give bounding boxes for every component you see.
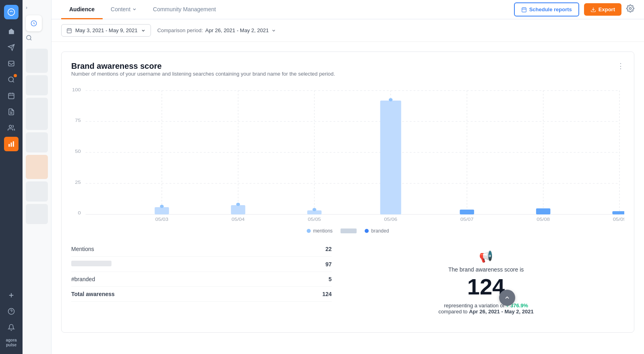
sidebar-item-send[interactable] [4,40,19,55]
svg-rect-15 [13,141,14,147]
more-options-icon[interactable]: ⋮ [617,62,624,70]
tab-community-management[interactable]: Community Management [145,0,224,19]
svg-point-51 [160,205,163,208]
svg-rect-58 [460,210,474,214]
tab-audience[interactable]: Audience [61,0,103,19]
panel-item-4 [26,132,48,152]
schedule-reports-button[interactable]: Schedule reports [514,2,579,16]
sidebar-item-help[interactable] [4,304,19,319]
svg-text:100: 100 [72,87,81,93]
svg-text:05/09: 05/09 [613,217,624,222]
chart-legend: mentions branded [71,228,624,234]
svg-rect-56 [380,101,401,214]
nav-tabs: Audience Content Community Management [61,0,514,19]
svg-text:75: 75 [75,118,81,123]
panel-search-icon[interactable] [26,35,48,42]
panel-item-2 [26,75,48,95]
collapse-panel-button[interactable]: › [26,5,48,10]
brand-logo-text: agora pulse [4,336,18,349]
svg-line-22 [30,39,31,40]
tab-content-label: Content [111,6,137,12]
panel-item-7 [26,204,48,224]
sidebar-item-team[interactable] [4,121,19,135]
svg-rect-60 [612,211,624,214]
stats-table: Mentions 22 97 #branded 5 Total a [71,242,332,323]
svg-rect-50 [155,207,169,214]
svg-point-21 [27,35,31,40]
svg-text:05/03: 05/03 [155,217,169,222]
sidebar-item-reports-list[interactable] [4,105,19,119]
legend-comparison-bar [341,228,357,233]
stat-branded: #branded 5 [71,272,332,287]
sidebar-item-listen[interactable] [4,72,19,87]
svg-point-4 [8,77,13,82]
card-title: Brand awareness score [71,62,335,71]
legend-comparison [341,228,357,233]
legend-branded-dot [365,229,369,233]
second-panel: › [23,0,52,354]
nav-actions: Schedule reports Export [514,2,634,16]
svg-rect-6 [8,93,14,99]
svg-rect-23 [522,8,526,12]
stat-blurred: 97 [71,257,332,272]
svg-point-57 [389,98,392,101]
main-content: Audience Content Community Management Sc… [52,0,644,354]
legend-mentions-dot [307,229,311,233]
sidebar-bottom: agora pulse [4,288,19,349]
svg-line-5 [12,81,14,82]
notification-badge [14,74,17,77]
svg-text:05/06: 05/06 [384,217,397,222]
panel-blurred-items [26,49,48,224]
panel-icon-active[interactable] [26,15,42,31]
blurred-stat-label [71,261,111,266]
svg-text:05/05: 05/05 [308,217,321,222]
panel-item-6 [26,181,48,202]
brand-awareness-card: Brand awareness score Number of mentions… [61,51,634,333]
date-range-picker[interactable]: May 3, 2021 - May 9, 2021 [61,24,151,37]
svg-point-28 [630,8,632,10]
comparison-period-picker[interactable]: Comparison period: Apr 26, 2021 - May 2,… [157,27,276,33]
stat-mentions: Mentions 22 [71,242,332,257]
score-panel: 📢 The brand awareness score is 124 repre… [348,242,624,323]
svg-point-55 [312,208,316,211]
panel-item-5 [26,155,48,179]
card-title-group: Brand awareness score Number of mentions… [71,62,335,85]
svg-rect-59 [536,208,551,214]
export-button[interactable]: Export [584,3,621,16]
settings-icon[interactable] [626,4,634,14]
svg-text:05/07: 05/07 [460,217,474,222]
svg-rect-52 [231,205,246,214]
legend-mentions: mentions [307,228,333,234]
legend-branded: branded [365,228,389,234]
megaphone-icon: 📢 [479,250,493,263]
svg-text:50: 50 [75,149,81,154]
sidebar-item-calendar[interactable] [4,88,19,103]
svg-text:25: 25 [75,180,81,185]
svg-text:05/08: 05/08 [537,217,550,222]
svg-text:0: 0 [78,210,81,216]
svg-text:05/04: 05/04 [231,217,245,222]
sidebar-item-analytics[interactable] [4,137,19,151]
back-to-top-button[interactable] [499,290,515,306]
app-logo[interactable] [4,5,19,19]
score-variation: representing a variation of + 376.9% [444,303,528,309]
score-period: compared to Apr 26, 2021 - May 2, 2021 [438,309,533,315]
sidebar-item-inbox[interactable] [4,56,19,71]
sidebar-item-notifications[interactable] [4,320,19,335]
sidebar: agora pulse [0,0,23,354]
bottom-section: Mentions 22 97 #branded 5 Total a [71,242,624,323]
sidebar-item-add[interactable] [4,288,19,303]
sidebar-item-home[interactable] [4,24,19,39]
svg-point-53 [236,203,240,206]
stat-total: Total awareness 124 [71,287,332,302]
panel-item-1 [26,49,48,73]
panel-item-3 [26,98,48,130]
top-navigation: Audience Content Community Management Sc… [52,0,644,19]
chart-svg: 100 75 50 25 0 [71,86,624,223]
score-label: The brand awareness score is [448,266,524,273]
svg-rect-29 [67,29,72,33]
tab-content[interactable]: Content [103,0,145,19]
card-subtitle: Number of mentions of your username and … [71,71,335,77]
content-area: Brand awareness score Number of mentions… [52,42,644,354]
card-header: Brand awareness score Number of mentions… [71,62,624,85]
